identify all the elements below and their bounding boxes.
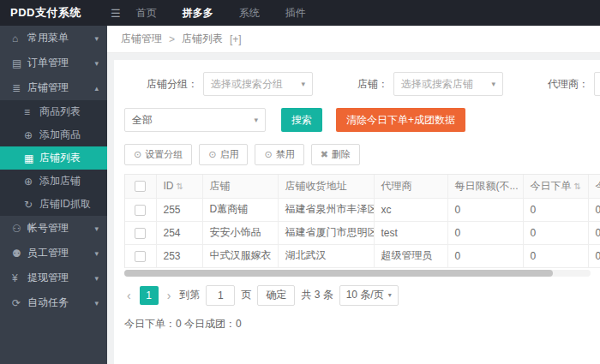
- column-header-id[interactable]: ID⇅: [156, 175, 202, 198]
- sidebar-item-staff-management[interactable]: ⚉ 员工管理 ▾: [0, 241, 107, 266]
- next-page-button[interactable]: ›: [165, 289, 174, 302]
- gear-icon: ⟳: [12, 297, 27, 309]
- page-size-select[interactable]: 10 条/页 ▾: [339, 285, 399, 306]
- clear-today-data-button[interactable]: 清除今日下单+成团数据: [336, 108, 465, 132]
- chevron-down-icon: ▾: [94, 249, 99, 258]
- page-number-active[interactable]: 1: [140, 286, 159, 305]
- users-icon: ⚉: [12, 248, 27, 260]
- shop-table-wrapper: ID⇅ 店铺 店铺收货地址 代理商 每日限额(不... 今日下单⇅ 今日成团⇅: [124, 174, 600, 268]
- filter-shop-group: 店铺分组： 选择或搜索分组 ▾: [147, 72, 313, 96]
- chevron-down-icon: ▾: [94, 299, 99, 307]
- set-group-button[interactable]: ⊙ 设置分组: [124, 144, 192, 165]
- disable-button[interactable]: ⊙ 禁用: [255, 144, 303, 165]
- chevron-down-icon: ▾: [488, 80, 495, 88]
- sidebar-subitem-shop-list[interactable]: ▦ 店铺列表: [0, 146, 107, 170]
- cell-agent: test: [374, 221, 447, 244]
- sidebar-subitem-label: 添加店铺: [39, 174, 99, 188]
- status-select[interactable]: 全部 ▾: [124, 108, 266, 132]
- sidebar-item-label: 帐号管理: [27, 221, 94, 236]
- sidebar-item-label: 提现管理: [27, 271, 94, 285]
- top-nav: 首页 拼多多 系统 插件: [136, 6, 306, 21]
- sort-icon[interactable]: ⇅: [574, 182, 581, 191]
- sidebar-subitem-shop-id-grab[interactable]: ↻ 店铺ID抓取: [0, 193, 107, 216]
- breadcrumb-parent[interactable]: 店铺管理: [121, 32, 162, 46]
- goto-prefix-label: 到第: [179, 288, 200, 302]
- horizontal-scrollbar-thumb[interactable]: [124, 270, 553, 277]
- column-header-today-groups[interactable]: 今日成团⇅: [588, 175, 600, 198]
- nav-item-home[interactable]: 首页: [136, 6, 157, 21]
- column-header-address: 店铺收货地址: [278, 175, 374, 198]
- total-count-label: 共 3 条: [301, 288, 333, 302]
- cell-today-orders: 0: [523, 221, 588, 244]
- select-all-checkbox[interactable]: [135, 181, 146, 192]
- delete-button[interactable]: ✖ 删除: [311, 144, 360, 165]
- home-icon: ⌂: [12, 33, 27, 45]
- row-checkbox[interactable]: [135, 228, 146, 239]
- breadcrumb: 店铺管理 > 店铺列表 [+]: [107, 26, 600, 53]
- breadcrumb-current[interactable]: 店铺列表: [182, 32, 223, 46]
- chevron-down-icon: ▾: [250, 116, 258, 124]
- content-card: 店铺分组： 选择或搜索分组 ▾ 店铺： 选择或搜索店铺 ▾ 代理商：: [114, 60, 600, 364]
- shop-group-select[interactable]: 选择或搜索分组 ▾: [203, 72, 313, 96]
- money-icon: ¥: [12, 272, 27, 284]
- column-header-agent: 代理商: [374, 175, 447, 198]
- sidebar-subitem-product-list[interactable]: ≡ 商品列表: [0, 100, 107, 123]
- pagination: ‹ 1 › 到第 页 确定 共 3 条 10 条/页 ▾: [124, 285, 600, 306]
- horizontal-scrollbar[interactable]: [124, 270, 591, 277]
- sidebar-item-label: 员工管理: [27, 246, 94, 260]
- sidebar-item-order-management[interactable]: ▤ 订单管理 ▾: [0, 51, 107, 75]
- shop-select[interactable]: 选择或搜索店铺 ▾: [393, 72, 503, 96]
- row-checkbox[interactable]: [135, 205, 146, 216]
- shop-table: ID⇅ 店铺 店铺收货地址 代理商 每日限额(不... 今日下单⇅ 今日成团⇅: [125, 175, 600, 268]
- add-tab-button[interactable]: [+]: [230, 33, 242, 45]
- sidebar-subitem-add-shop[interactable]: ⊕ 添加店铺: [0, 170, 107, 193]
- shop-label: 店铺：: [357, 77, 388, 92]
- enable-label: 启用: [219, 148, 238, 161]
- sidebar-item-label: 自动任务: [27, 295, 94, 310]
- chevron-down-icon: ▾: [388, 291, 392, 299]
- cell-today-groups: 0: [588, 221, 600, 244]
- filter-row-2: 全部 ▾ 搜索 清除今日下单+成团数据: [124, 108, 600, 132]
- hamburger-icon[interactable]: ☰: [111, 7, 121, 20]
- goto-page-input[interactable]: [206, 285, 235, 306]
- sidebar-item-account-management[interactable]: ⚇ 帐号管理 ▾: [0, 216, 107, 241]
- chevron-down-icon: ▾: [94, 274, 99, 283]
- page-size-value: 10 条/页: [346, 288, 384, 302]
- table-row: 255 D蕙商铺 福建省泉州市丰泽区 xc 0 0 0: [125, 198, 600, 221]
- sidebar-subitem-label: 店铺ID抓取: [39, 197, 99, 212]
- cell-id: 253: [156, 244, 202, 267]
- nav-item-system[interactable]: 系统: [239, 6, 260, 21]
- column-header-today-orders[interactable]: 今日下单⇅: [523, 175, 588, 198]
- confirm-page-button[interactable]: 确定: [257, 285, 295, 306]
- row-checkbox[interactable]: [135, 251, 146, 262]
- today-summary: 今日下单：0 今日成团：0: [124, 317, 600, 331]
- search-button[interactable]: 搜索: [281, 108, 322, 132]
- sidebar-item-common-menu[interactable]: ⌂ 常用菜单 ▾: [0, 26, 107, 51]
- cell-today-orders: 0: [523, 198, 588, 221]
- sidebar-subitem-label: 添加商品: [39, 128, 99, 142]
- nav-item-plugins[interactable]: 插件: [285, 6, 306, 21]
- sidebar-subitem-label: 店铺列表: [39, 151, 99, 165]
- sidebar-item-withdraw-management[interactable]: ¥ 提现管理 ▾: [0, 266, 107, 290]
- grid-icon: ▦: [24, 152, 39, 164]
- cell-limit: 0: [447, 198, 523, 221]
- sidebar-item-auto-task[interactable]: ⟳ 自动任务 ▾: [0, 290, 107, 315]
- agent-select[interactable]: 选择或搜索代理: [594, 72, 600, 96]
- filter-row-1: 店铺分组： 选择或搜索分组 ▾ 店铺： 选择或搜索店铺 ▾ 代理商：: [124, 72, 600, 96]
- disable-icon: ⊙: [264, 149, 272, 160]
- sort-icon[interactable]: ⇅: [177, 182, 183, 191]
- sidebar-subitem-add-product[interactable]: ⊕ 添加商品: [0, 123, 107, 146]
- enable-button[interactable]: ⊙ 启用: [199, 144, 248, 165]
- shop-icon: ≣: [12, 82, 27, 94]
- nav-item-pinduoduo[interactable]: 拼多多: [183, 6, 213, 21]
- cell-agent: xc: [374, 198, 447, 221]
- disable-label: 禁用: [276, 148, 295, 161]
- sidebar-item-shop-management[interactable]: ≣ 店铺管理 ▴: [0, 75, 107, 100]
- chevron-down-icon: ▾: [94, 34, 99, 43]
- prev-page-button[interactable]: ‹: [124, 289, 134, 302]
- shop-management-submenu: ≡ 商品列表 ⊕ 添加商品 ▦ 店铺列表 ⊕ 添加店铺 ↻ 店铺ID抓取: [0, 100, 107, 216]
- order-icon: ▤: [12, 57, 27, 69]
- set-group-label: 设置分组: [145, 148, 183, 161]
- sidebar-subitem-label: 商品列表: [39, 104, 99, 119]
- table-toolbar: ⊙ 设置分组 ⊙ 启用 ⊙ 禁用 ✖ 删除: [124, 144, 600, 165]
